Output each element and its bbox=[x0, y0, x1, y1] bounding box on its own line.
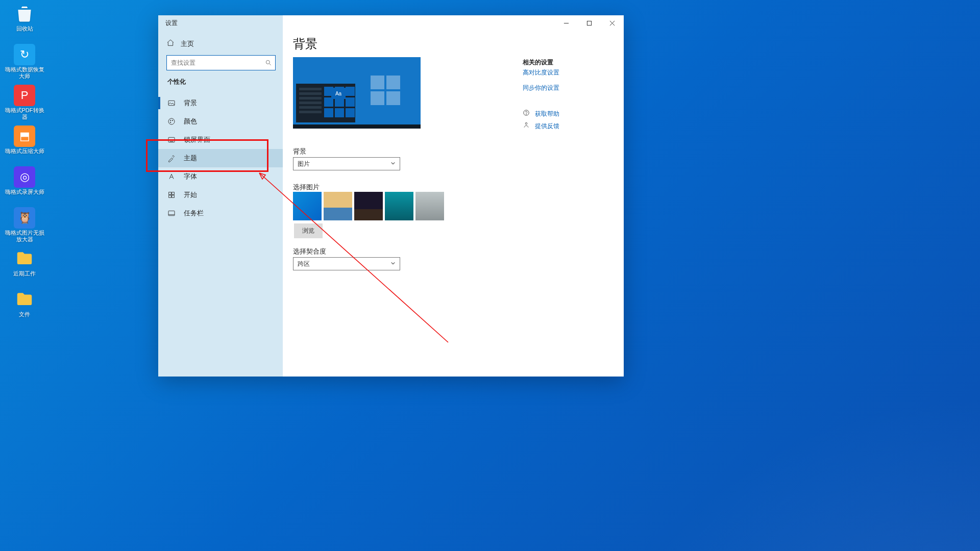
nav-lockscreen[interactable]: 锁屏界面 bbox=[158, 131, 283, 149]
nav-background-label: 背景 bbox=[184, 98, 197, 108]
preview-taskbar bbox=[293, 124, 421, 129]
app-imgfix[interactable]: 🦉 嗨格式图片无损放大器 bbox=[3, 206, 46, 246]
bg-label: 背景 bbox=[293, 147, 306, 156]
titlebar: 设置 bbox=[158, 15, 283, 31]
svg-point-4 bbox=[172, 120, 173, 121]
get-help[interactable]: 获取帮助 bbox=[523, 109, 559, 118]
nav-fonts[interactable]: 字体 bbox=[158, 167, 283, 186]
app-compress[interactable]: ⬒ 嗨格式压缩大师 bbox=[3, 124, 46, 164]
nav-start[interactable]: 开始 bbox=[158, 186, 283, 204]
bg-thumb-1[interactable] bbox=[293, 192, 322, 220]
bg-thumbnails bbox=[293, 192, 444, 220]
search-icon bbox=[262, 59, 275, 66]
svg-point-2 bbox=[168, 118, 175, 124]
svg-rect-1 bbox=[168, 101, 175, 105]
nav-colors-label: 颜色 bbox=[184, 117, 197, 126]
app-imgfix-label: 嗨格式图片无损放大器 bbox=[4, 230, 45, 243]
svg-rect-8 bbox=[172, 192, 175, 195]
app-screenrec[interactable]: ◎ 嗨格式录屏大师 bbox=[3, 165, 46, 205]
svg-rect-10 bbox=[172, 195, 175, 198]
maximize-button[interactable] bbox=[578, 15, 601, 31]
home-label: 主页 bbox=[181, 39, 194, 48]
app-imgfix-icon: 🦉 bbox=[14, 207, 35, 229]
nav-list: 背景 颜色 锁屏界面 主题 字体 开始 bbox=[158, 94, 283, 222]
start-icon bbox=[167, 191, 176, 199]
recycle-bin[interactable]: 回收站 bbox=[3, 2, 46, 42]
folder-files-icon bbox=[14, 289, 35, 310]
help-icon bbox=[523, 109, 530, 118]
bg-select-value: 图片 bbox=[298, 160, 310, 168]
svg-point-14 bbox=[526, 114, 527, 115]
svg-rect-9 bbox=[169, 195, 172, 198]
bg-select[interactable]: 图片 bbox=[293, 157, 400, 170]
svg-rect-12 bbox=[587, 21, 591, 25]
desktop-icons: 回收站 ↻ 嗨格式数据恢复大师 P 嗨格式PDF转换器 ⬒ 嗨格式压缩大师 ◎ … bbox=[3, 2, 46, 329]
home-button[interactable]: 主页 bbox=[166, 39, 194, 49]
folder-files-label: 文件 bbox=[19, 311, 30, 318]
app-data-recovery-icon: ↻ bbox=[14, 44, 35, 65]
app-compress-icon: ⬒ bbox=[14, 126, 35, 147]
folder-recent[interactable]: 近期工作 bbox=[3, 247, 46, 287]
nav-themes-label: 主题 bbox=[184, 154, 197, 163]
nav-themes[interactable]: 主题 bbox=[158, 149, 283, 167]
category-label: 个性化 bbox=[167, 78, 186, 86]
chevron-down-icon bbox=[390, 260, 396, 267]
nav-taskbar[interactable]: 任务栏 bbox=[158, 204, 283, 222]
related-heading: 相关的设置 bbox=[523, 58, 553, 67]
link-sync-settings[interactable]: 同步你的设置 bbox=[523, 84, 559, 92]
home-icon bbox=[166, 39, 175, 49]
app-pdf-label: 嗨格式PDF转换器 bbox=[4, 107, 45, 120]
svg-rect-11 bbox=[168, 211, 175, 215]
app-screenrec-icon: ◎ bbox=[14, 166, 35, 188]
svg-rect-7 bbox=[169, 192, 172, 195]
nav-taskbar-label: 任务栏 bbox=[184, 209, 204, 218]
lockscreen-icon bbox=[167, 136, 176, 144]
svg-point-5 bbox=[170, 122, 171, 123]
feedback-icon bbox=[523, 121, 530, 131]
preview-aa-tile: Aa bbox=[331, 88, 346, 99]
preview-windows-logo bbox=[371, 76, 400, 105]
link-high-contrast[interactable]: 高对比度设置 bbox=[523, 68, 559, 77]
nav-colors[interactable]: 颜色 bbox=[158, 112, 283, 131]
give-feedback[interactable]: 提供反馈 bbox=[523, 121, 559, 131]
bg-thumb-5[interactable] bbox=[415, 192, 444, 220]
minimize-button[interactable] bbox=[555, 15, 578, 31]
browse-button-label: 浏览 bbox=[302, 227, 314, 234]
fit-select[interactable]: 跨区 bbox=[293, 257, 400, 270]
bg-thumb-3[interactable] bbox=[354, 192, 383, 220]
nav-background[interactable]: 背景 bbox=[158, 94, 283, 112]
settings-nav: 设置 主页 个性化 背景 颜色 锁 bbox=[158, 15, 283, 377]
window-title: 设置 bbox=[165, 19, 178, 28]
app-compress-label: 嗨格式压缩大师 bbox=[5, 148, 44, 155]
get-help-label: 获取帮助 bbox=[535, 110, 559, 118]
nav-start-label: 开始 bbox=[184, 190, 197, 199]
svg-point-15 bbox=[525, 122, 527, 124]
recycle-bin-label: 回收站 bbox=[16, 26, 33, 32]
page-title: 背景 bbox=[293, 36, 317, 52]
folder-files[interactable]: 文件 bbox=[3, 288, 46, 328]
folder-recent-icon bbox=[14, 248, 35, 269]
app-pdf[interactable]: P 嗨格式PDF转换器 bbox=[3, 84, 46, 123]
settings-window: 设置 主页 个性化 背景 颜色 锁 bbox=[158, 15, 624, 377]
nav-fonts-label: 字体 bbox=[184, 172, 197, 181]
app-data-recovery-label: 嗨格式数据恢复大师 bbox=[4, 66, 45, 80]
fit-select-value: 跨区 bbox=[298, 260, 310, 268]
settings-content: 背景 Aa 背景 图片 选择图片 浏览 选择契合度 跨区 bbox=[283, 15, 624, 377]
chevron-down-icon bbox=[390, 160, 396, 167]
app-data-recovery[interactable]: ↻ 嗨格式数据恢复大师 bbox=[3, 43, 46, 83]
folder-recent-label: 近期工作 bbox=[13, 270, 36, 277]
svg-point-0 bbox=[266, 60, 270, 64]
close-button[interactable] bbox=[601, 15, 624, 31]
search-input[interactable] bbox=[166, 55, 276, 70]
search-field[interactable] bbox=[167, 59, 262, 66]
picture-icon bbox=[167, 99, 176, 107]
browse-button[interactable]: 浏览 bbox=[294, 223, 323, 238]
fit-label: 选择契合度 bbox=[293, 247, 326, 256]
background-preview: Aa bbox=[293, 57, 421, 129]
pick-label: 选择图片 bbox=[293, 183, 320, 192]
bg-thumb-2[interactable] bbox=[324, 192, 352, 220]
nav-lockscreen-label: 锁屏界面 bbox=[184, 135, 210, 144]
preview-start-panel bbox=[296, 84, 355, 122]
bg-thumb-4[interactable] bbox=[385, 192, 413, 220]
app-pdf-icon: P bbox=[14, 85, 35, 106]
